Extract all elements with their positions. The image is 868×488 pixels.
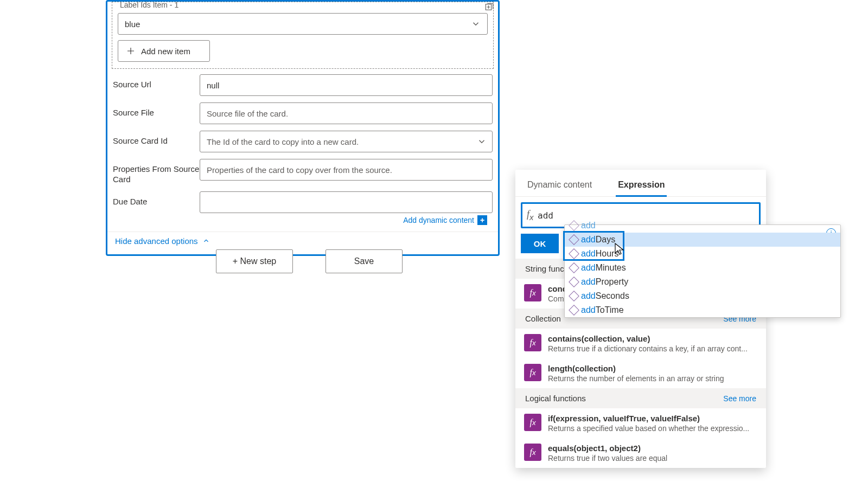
function-description: Returns true if a dictionary contains a …	[548, 344, 748, 353]
due-date-label: Due Date	[113, 191, 200, 207]
due-date-input[interactable]	[200, 191, 493, 213]
function-item[interactable]: fxif(expression, valueIfTrue, valueIfFal…	[515, 408, 766, 438]
function-signature: length(collection)	[548, 364, 724, 373]
ok-button[interactable]: OK	[521, 234, 559, 253]
hide-advanced-options-label: Hide advanced options	[115, 236, 198, 246]
function-signature: contains(collection, value)	[548, 334, 748, 343]
function-type-icon	[569, 291, 579, 301]
autocomplete-option[interactable]: addProperty	[565, 275, 840, 289]
new-step-button[interactable]: + New step	[216, 249, 293, 273]
action-card: Label Ids Item - 1 blue Add new item Sou…	[106, 0, 500, 256]
function-type-icon	[569, 248, 579, 259]
function-type-icon	[569, 234, 579, 245]
section-title: String funct	[525, 264, 566, 273]
function-section-header: Logical functionsSee more	[515, 388, 766, 408]
add-dynamic-content-link[interactable]: Add dynamic content	[403, 216, 474, 224]
function-item[interactable]: fxcontains(collection, value)Returns tru…	[515, 329, 766, 358]
label-ids-array-box: Label Ids Item - 1 blue Add new item	[112, 2, 494, 69]
dynamic-content-flyout: Dynamic content Expression fx OK String …	[515, 170, 766, 468]
expression-autocomplete-dropdown: i addaddDaysaddHoursaddMinutesaddPropert…	[564, 224, 841, 318]
save-button[interactable]: Save	[326, 249, 403, 273]
function-description: Returns a specified value based on wheth…	[548, 424, 749, 433]
function-item[interactable]: fxequals(object1, object2)Returns true i…	[515, 438, 766, 468]
fx-icon: fx	[525, 209, 534, 222]
function-type-icon	[569, 305, 579, 316]
label-ids-item-value: blue	[125, 20, 140, 29]
fx-badge-icon: fx	[524, 364, 541, 381]
chevron-down-icon	[477, 137, 487, 146]
see-more-link[interactable]: See more	[723, 394, 756, 403]
add-new-item-label: Add new item	[141, 47, 190, 56]
section-title: Logical functions	[525, 394, 586, 403]
plus-icon	[126, 46, 136, 56]
source-card-id-dropdown[interactable]: The Id of the card to copy into a new ca…	[200, 131, 493, 152]
autocomplete-option[interactable]: addSeconds	[565, 289, 840, 303]
section-title: Collection	[525, 314, 561, 323]
autocomplete-option[interactable]: add	[565, 219, 840, 233]
source-url-label: Source Url	[113, 74, 200, 90]
mouse-cursor-icon	[614, 242, 625, 256]
source-file-input[interactable]: Source file of the card.	[200, 102, 493, 124]
autocomplete-option[interactable]: addDays	[565, 233, 840, 247]
function-signature: if(expression, valueIfTrue, valueIfFalse…	[548, 414, 749, 423]
chevron-down-icon	[471, 19, 481, 29]
fx-badge-icon: fx	[524, 284, 541, 301]
fx-badge-icon: fx	[524, 444, 541, 461]
fx-badge-icon: fx	[524, 334, 541, 351]
function-item[interactable]: fxlength(collection)Returns the number o…	[515, 358, 766, 388]
footer-buttons: + New step Save	[216, 249, 403, 273]
function-type-icon	[569, 262, 579, 273]
tab-dynamic-content[interactable]: Dynamic content	[525, 180, 594, 196]
source-file-label: Source File	[113, 102, 200, 118]
properties-from-source-label: Properties From Source Card	[113, 159, 200, 185]
source-card-id-label: Source Card Id	[113, 131, 200, 146]
source-url-input[interactable]: null	[200, 74, 493, 96]
chevron-up-icon	[202, 237, 210, 245]
source-card-id-placeholder: The Id of the card to copy into a new ca…	[207, 137, 359, 146]
fx-badge-icon: fx	[524, 414, 541, 431]
label-ids-item-dropdown[interactable]: blue	[118, 13, 488, 35]
label-ids-item-label: Label Ids Item - 1	[120, 1, 488, 9]
add-new-item-button[interactable]: Add new item	[118, 40, 210, 62]
properties-from-source-input[interactable]: Properties of the card to copy over from…	[200, 159, 493, 181]
function-type-icon	[569, 277, 579, 287]
add-dynamic-content-badge[interactable]: +	[477, 215, 487, 225]
autocomplete-option[interactable]: addMinutes	[565, 261, 840, 275]
tab-expression[interactable]: Expression	[616, 180, 667, 196]
function-description: Returns the number of elements in an arr…	[548, 374, 724, 383]
function-description: Returns true if two values are equal	[548, 454, 667, 463]
autocomplete-option[interactable]: addToTime	[565, 303, 840, 317]
function-type-icon	[569, 220, 579, 231]
autocomplete-option[interactable]: addHours	[565, 247, 840, 261]
function-signature: equals(object1, object2)	[548, 444, 667, 453]
